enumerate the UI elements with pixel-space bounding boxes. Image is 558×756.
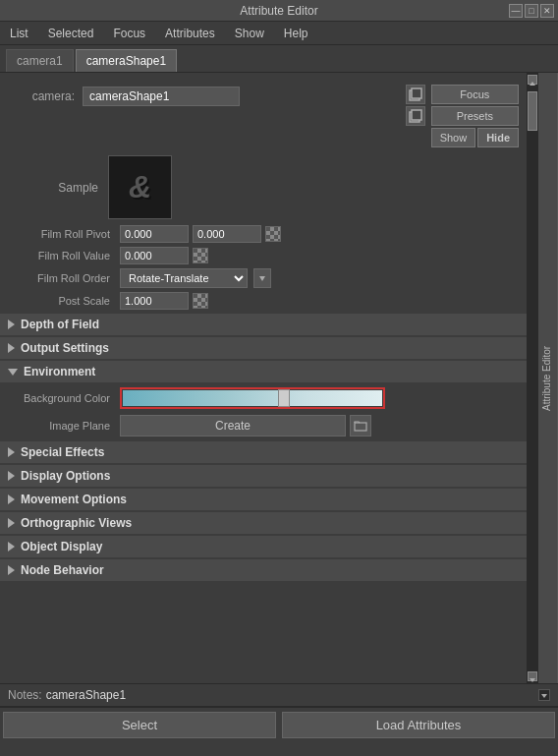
node-behavior-section[interactable]: Node Behavior: [0, 559, 527, 581]
side-tab[interactable]: Attribute Editor Channel Box / Layer Edi…: [538, 73, 558, 683]
post-scale-checker[interactable]: [193, 293, 208, 309]
special-effects-label: Special Effects: [21, 445, 104, 459]
node-behavior-label: Node Behavior: [21, 563, 104, 577]
special-effects-section[interactable]: Special Effects: [0, 441, 527, 463]
title-bar-controls: — □ ✕: [509, 4, 554, 18]
sample-row: Sample &: [0, 151, 527, 223]
sample-label: Sample: [39, 181, 98, 195]
menu-attributes[interactable]: Attributes: [161, 25, 219, 42]
special-effects-arrow: [8, 447, 15, 457]
film-roll-pivot-checker[interactable]: [265, 226, 281, 242]
svg-marker-6: [530, 82, 535, 86]
depth-of-field-arrow: [8, 320, 15, 329]
scroll-down-btn[interactable]: [528, 671, 537, 681]
depth-of-field-section[interactable]: Depth of Field: [0, 314, 527, 335]
side-tab-line1: Attribute Editor: [541, 345, 552, 410]
film-roll-pivot-input1[interactable]: [120, 225, 189, 243]
camera-row: camera:: [8, 83, 400, 110]
environment-section[interactable]: Environment: [0, 361, 527, 382]
svg-marker-4: [259, 276, 265, 281]
tab-camera1[interactable]: camera1: [6, 49, 74, 72]
menu-selected[interactable]: Selected: [44, 25, 98, 42]
environment-arrow: [8, 369, 18, 376]
background-color-row: Background Color: [0, 384, 527, 412]
copy-icon-2[interactable]: [406, 106, 425, 126]
notes-expand-btn[interactable]: [538, 689, 550, 701]
sample-image: &: [108, 155, 172, 219]
image-plane-row: Image Plane Create: [0, 412, 527, 439]
film-roll-pivot-label: Film Roll Pivot: [8, 228, 116, 240]
create-button[interactable]: Create: [120, 415, 346, 436]
post-scale-label: Post Scale: [8, 295, 116, 307]
output-settings-section[interactable]: Output Settings: [0, 337, 527, 359]
notes-bar: Notes: cameraShape1: [0, 683, 558, 707]
orthographic-views-section[interactable]: Orthographic Views: [0, 512, 527, 534]
scroll-track: [528, 87, 537, 669]
menu-show[interactable]: Show: [231, 25, 268, 42]
select-button[interactable]: Select: [3, 712, 276, 738]
film-roll-pivot-input2[interactable]: [193, 225, 261, 243]
object-display-arrow: [8, 542, 15, 552]
film-roll-value-input[interactable]: [120, 247, 189, 264]
film-roll-order-select[interactable]: Rotate-Translate Translate-Rotate: [120, 268, 248, 288]
svg-rect-1: [412, 88, 421, 98]
background-color-slider-track[interactable]: [123, 390, 382, 406]
film-roll-order-label: Film Roll Order: [8, 272, 116, 284]
object-display-section[interactable]: Object Display: [0, 536, 527, 557]
post-scale-row: Post Scale: [0, 290, 527, 312]
svg-rect-3: [412, 110, 421, 120]
tab-cameraShape1[interactable]: cameraShape1: [76, 49, 177, 72]
orthographic-views-arrow: [8, 518, 15, 528]
environment-label: Environment: [24, 365, 95, 378]
movement-options-arrow: [8, 494, 15, 504]
scroll-thumb[interactable]: [528, 91, 537, 131]
title-bar-title: Attribute Editor: [240, 4, 317, 18]
hide-button[interactable]: Hide: [477, 128, 519, 147]
load-attributes-button[interactable]: Load Attributes: [282, 712, 555, 738]
sample-symbol: &: [109, 156, 171, 218]
output-settings-label: Output Settings: [21, 341, 109, 355]
background-color-slider-thumb[interactable]: [278, 389, 290, 407]
movement-options-label: Movement Options: [21, 493, 127, 506]
movement-options-section[interactable]: Movement Options: [0, 489, 527, 510]
show-button[interactable]: Show: [431, 128, 476, 147]
camera-input[interactable]: [83, 87, 240, 106]
presets-button[interactable]: Presets: [431, 106, 519, 126]
main-content: camera:: [0, 73, 558, 683]
tabs-bar: camera1 cameraShape1: [0, 45, 558, 73]
post-scale-input[interactable]: [120, 292, 189, 310]
menu-help[interactable]: Help: [280, 25, 312, 42]
minimize-button[interactable]: —: [509, 4, 523, 18]
background-color-label: Background Color: [8, 392, 116, 404]
folder-icon[interactable]: [350, 415, 371, 436]
title-bar: Attribute Editor — □ ✕: [0, 0, 558, 22]
display-options-label: Display Options: [21, 469, 110, 483]
svg-marker-8: [541, 694, 547, 698]
menu-focus[interactable]: Focus: [109, 25, 149, 42]
focus-button[interactable]: Focus: [431, 85, 519, 104]
menu-bar: List Selected Focus Attributes Show Help: [0, 22, 558, 45]
svg-rect-5: [355, 423, 366, 431]
output-settings-arrow: [8, 343, 15, 353]
display-options-section[interactable]: Display Options: [0, 465, 527, 487]
image-plane-label: Image Plane: [8, 420, 116, 432]
film-roll-value-label: Film Roll Value: [8, 250, 116, 262]
svg-marker-7: [530, 678, 535, 682]
display-options-arrow: [8, 471, 15, 481]
bottom-bar: Select Load Attributes: [0, 707, 558, 742]
close-button[interactable]: ✕: [540, 4, 554, 18]
copy-icon-1[interactable]: [406, 85, 425, 104]
film-roll-order-arrow[interactable]: [253, 268, 271, 288]
background-color-slider-container[interactable]: [120, 387, 385, 409]
node-behavior-arrow: [8, 565, 15, 575]
menu-list[interactable]: List: [6, 25, 32, 42]
scroll-up-btn[interactable]: [528, 75, 537, 85]
maximize-button[interactable]: □: [525, 4, 538, 18]
scrollbar[interactable]: [527, 73, 538, 683]
panel-with-scroll: camera:: [0, 73, 538, 683]
orthographic-views-label: Orthographic Views: [21, 516, 132, 530]
camera-label: camera:: [16, 89, 75, 103]
film-roll-order-row: Film Roll Order Rotate-Translate Transla…: [0, 266, 527, 290]
attr-panel: camera:: [0, 73, 527, 683]
film-roll-value-checker[interactable]: [193, 248, 208, 263]
